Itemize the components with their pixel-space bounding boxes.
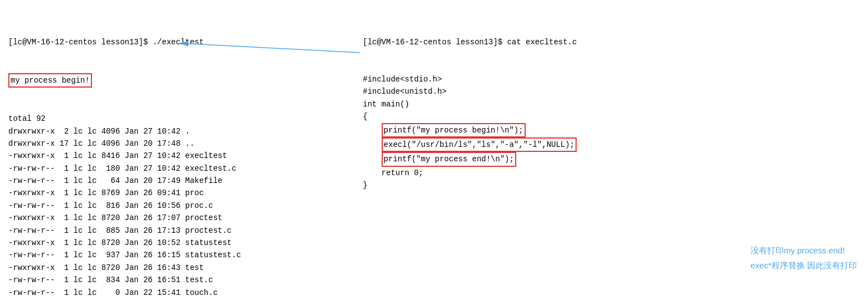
left-output-line: -rw-rw-r-- 1 lc lc 816 Jan 26 10:56 proc… [8, 200, 346, 212]
left-output-line: -rwxrwxr-x 1 lc lc 8720 Jan 26 17:07 pro… [8, 212, 346, 224]
left-output-line: -rwxrwxr-x 1 lc lc 8720 Jan 26 10:52 sta… [8, 237, 346, 249]
left-output-line: -rwxrwxr-x 1 lc lc 8769 Jan 26 09:41 pro… [8, 187, 346, 199]
left-output-line: -rw-rw-r-- 1 lc lc 885 Jan 26 17:13 proc… [8, 225, 346, 237]
annotation-text: 没有打印my process end! exec*程序替换 因此没有打印 [751, 243, 857, 273]
annotation-line1: 没有打印my process end! [751, 243, 857, 258]
left-output-line: -rwxrwxr-x 1 lc lc 8720 Jan 26 16:43 tes… [8, 262, 346, 274]
code-highlight-box: execl("/usr/bin/ls","ls","-a","-l",NULL)… [382, 137, 577, 152]
left-output-line: drwxrwxr-x 17 lc lc 4096 Jan 20 17:48 .. [8, 137, 346, 150]
right-code-line: #include<stdio.h> [363, 73, 734, 85]
right-code-line: { [363, 110, 734, 123]
right-prompt-line: [lc@VM-16-12-centos lesson13]$ cat execl… [363, 36, 734, 48]
code-highlight-box: printf("my process end!\n"); [382, 152, 516, 166]
left-output-line: -rw-rw-r-- 1 lc lc 180 Jan 27 10:42 exec… [8, 162, 346, 175]
right-code-line: printf("my process end!\n"); [363, 152, 734, 166]
left-output-line: -rwxrwxr-x 1 lc lc 8416 Jan 27 10:42 exe… [8, 150, 346, 162]
left-terminal-panel: [lc@VM-16-12-centos lesson13]$ ./execlte… [0, 6, 355, 300]
annotation-line2: exec*程序替换 因此没有打印 [751, 258, 857, 273]
right-code-line: #include<unistd.h> [363, 85, 734, 98]
left-output-line: -rw-rw-r-- 1 lc lc 834 Jan 26 16:51 test… [8, 274, 346, 286]
right-code-line: return 0; [363, 167, 734, 179]
right-code-line: printf("my process begin!\n"); [363, 123, 734, 137]
code-highlight-box: printf("my process begin!\n"); [382, 123, 526, 137]
left-output-line: -rw-rw-r-- 1 lc lc 0 Jan 22 15:41 touch.… [8, 287, 346, 299]
left-output: total 92drwxrwxr-x 2 lc lc 4096 Jan 27 1… [8, 113, 346, 299]
left-output-line: total 92 [8, 113, 346, 125]
left-prompt-line: [lc@VM-16-12-centos lesson13]$ ./execlte… [8, 36, 346, 48]
right-code: #include<stdio.h>#include<unistd.h>int m… [363, 73, 734, 192]
right-code-line: } [363, 179, 734, 191]
right-code-line: int main() [363, 98, 734, 110]
left-output-line: drwxrwxr-x 2 lc lc 4096 Jan 27 10:42 . [8, 125, 346, 137]
left-output-line: -rw-rw-r-- 1 lc lc 937 Jan 26 16:15 stat… [8, 249, 346, 261]
my-process-begin-highlight: my process begin! [8, 73, 92, 88]
right-code-panel: [lc@VM-16-12-centos lesson13]$ cat execl… [355, 6, 742, 300]
left-highlighted-line: my process begin! [8, 73, 346, 88]
annotation-panel: 没有打印my process end! exec*程序替换 因此没有打印 [742, 6, 868, 300]
left-output-line: -rw-rw-r-- 1 lc lc 64 Jan 20 17:49 Makef… [8, 175, 346, 187]
right-code-line: execl("/usr/bin/ls","ls","-a","-l",NULL)… [363, 137, 734, 152]
